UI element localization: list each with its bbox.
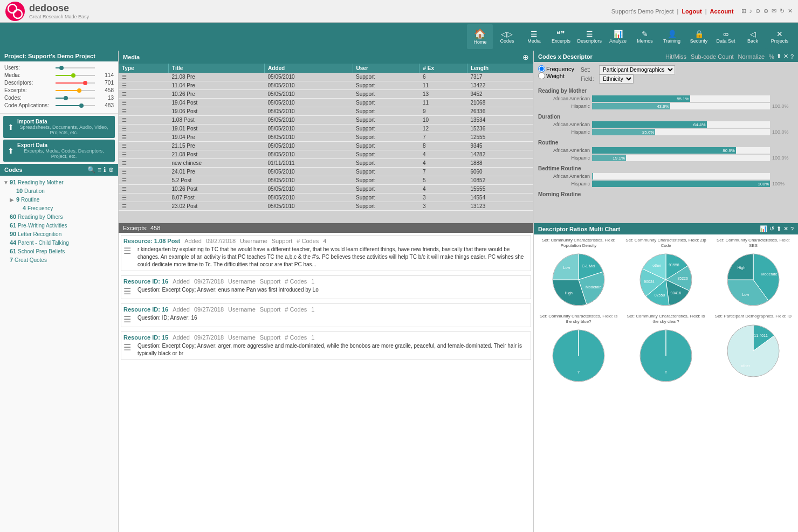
nav-excerpts-button[interactable]: ❝❞ Excerpts — [548, 24, 574, 49]
nav-back-button[interactable]: ◁ Back — [740, 24, 766, 49]
nav-memos-button[interactable]: ✎ Memos — [632, 24, 658, 49]
excerpt-body: ☰ Question: Excerpt Copy; Answer: arger,… — [123, 342, 528, 357]
frequency-radio[interactable] — [538, 65, 545, 72]
excerpts-list[interactable]: Resource: 1.08 Post Added 09/27/2018 Use… — [119, 233, 533, 532]
media-table-row[interactable]: ☰ 19.04 Pre 05/05/2010 Support 7 12555 — [119, 133, 533, 142]
nav-projects-button[interactable]: ✕ Projects — [767, 24, 793, 49]
media-table-row[interactable]: ☰ 10.26 Post 05/05/2010 Support 4 15555 — [119, 185, 533, 194]
chart-bar-label: Hispanic — [538, 103, 592, 109]
nav-home-button[interactable]: 🏠 Home — [467, 24, 493, 49]
nav-training-button[interactable]: 👤 Training — [659, 24, 685, 49]
stat-bar — [56, 66, 95, 70]
import-data-button[interactable]: ⬆ Import Data Spreadsheets, Documents, A… — [3, 116, 115, 138]
mail-icon[interactable]: ✉ — [772, 8, 776, 15]
media-table-container[interactable]: TypeTitleAddedUser# ExLength ☰ 21.08 Pre… — [119, 64, 533, 223]
media-ex-cell: 7 — [419, 133, 467, 142]
media-type-cell: ☰ — [119, 142, 168, 150]
excerpt-item[interactable]: Resource ID: 16 Added 09/27/2018 Usernam… — [121, 303, 531, 327]
export-icon: ⬆ — [8, 147, 14, 155]
refresh-icon[interactable]: ↻ — [780, 8, 785, 15]
weight-radio[interactable] — [538, 72, 545, 79]
nav-dataset-button[interactable]: ∞ Data Set — [713, 24, 739, 49]
codes-search-button[interactable]: 🔍 — [87, 166, 95, 174]
codes-add-button[interactable]: ⊕ — [108, 166, 114, 174]
code-list-item[interactable]: 4 Frequency — [0, 204, 118, 212]
codes-desc-content[interactable]: Frequency Weight Set: Participant Demogr… — [534, 62, 798, 223]
person-icon[interactable]: ⊕ — [763, 8, 768, 15]
desc-ratios-refresh-button[interactable]: ↺ — [769, 225, 774, 232]
nav-codes-button[interactable]: ◁▷ Codes — [494, 24, 520, 49]
media-user-cell: Support — [353, 90, 419, 99]
media-user-cell: Support — [353, 107, 419, 116]
account-link[interactable]: Account — [710, 8, 734, 15]
logout-link[interactable]: Logout — [682, 8, 701, 15]
field-select[interactable]: Ethnicity — [599, 74, 634, 84]
code-list-item[interactable]: 7 Great Quotes — [0, 255, 118, 264]
code-list-item[interactable]: 44 Parent - Child Talking — [0, 238, 118, 247]
media-table-row[interactable]: ☰ new chinese 01/11/2011 Support 4 1888 — [119, 159, 533, 168]
media-table-row[interactable]: ☰ 23.02 Post 05/05/2010 Support 3 13123 — [119, 202, 533, 211]
nav-analyze-button[interactable]: 📊 Analyze — [605, 24, 631, 49]
code-arrow: ▶ — [10, 197, 16, 203]
code-list-item[interactable]: 60 Reading by Others — [0, 212, 118, 221]
code-list-item[interactable]: ▶ 9 Routine — [0, 195, 118, 204]
code-list-item[interactable]: ▼ 91 Reading by Mother — [0, 178, 118, 186]
media-table-row[interactable]: ☰ 19.06 Post 05/05/2010 Support 9 26336 — [119, 107, 533, 116]
media-table-row[interactable]: ☰ 1.08 Post 05/05/2010 Support 10 13534 — [119, 116, 533, 125]
close-icon[interactable]: ✕ — [788, 8, 793, 15]
settings-icon[interactable]: ⊙ — [755, 8, 760, 15]
media-user-cell: Support — [353, 194, 419, 202]
set-select[interactable]: Participant Demographics — [599, 65, 675, 74]
codes-info-button[interactable]: ℹ — [104, 166, 106, 174]
desc-ratios-expand-button[interactable]: ✕ — [783, 225, 788, 232]
projects-icon: ✕ — [776, 30, 783, 38]
code-name: 61 School Prep Beliefs — [10, 248, 115, 254]
codes-desc-help-button[interactable]: ? — [790, 53, 794, 60]
weight-radio-label[interactable]: Weight — [538, 72, 574, 79]
stat-line-colored — [56, 105, 79, 106]
codes-list-button[interactable]: ≡ — [98, 166, 101, 174]
code-list-item[interactable]: 90 Letter Recognition — [0, 230, 118, 238]
media-added-cell: 05/05/2010 — [265, 168, 353, 176]
code-list-item[interactable]: 61 Pre-Writing Activities — [0, 221, 118, 230]
media-length-cell: 6060 — [467, 168, 533, 176]
media-table-row[interactable]: ☰ 5.2 Post 05/05/2010 Support 5 10852 — [119, 176, 533, 185]
media-table-row[interactable]: ☰ 8.07 Post 05/05/2010 Support 3 14554 — [119, 194, 533, 202]
desc-ratios-content[interactable]: Set: Community Characteristics, Field: P… — [534, 234, 798, 532]
media-table-row[interactable]: ☰ 24.01 Pre 05/05/2010 Support 7 6060 — [119, 168, 533, 176]
code-list-item[interactable]: 61 School Prep Beliefs — [0, 247, 118, 255]
frequency-radio-label[interactable]: Frequency — [538, 65, 574, 72]
chart-group-title: Morning Routine — [538, 191, 794, 197]
desc-ratios-help-button[interactable]: ? — [790, 226, 794, 232]
nav-descriptors-button[interactable]: ☰ Descriptors — [575, 24, 604, 49]
export-data-button[interactable]: ⬆ Export Data Excerpts, Media, Codes, De… — [3, 140, 115, 162]
nav-security-button[interactable]: 🔒 Security — [686, 24, 712, 49]
desc-ratios-chart-button[interactable]: 📊 — [760, 225, 767, 232]
media-add-button[interactable]: ⊕ — [522, 53, 529, 61]
excerpt-item[interactable]: Resource ID: 16 Added 09/27/2018 Usernam… — [121, 275, 531, 299]
volume-icon[interactable]: ♪ — [749, 8, 753, 15]
excerpt-codes-label: # Codes — [285, 334, 307, 341]
media-table-row[interactable]: ☰ 21.08 Pre 05/05/2010 Support 6 7317 — [119, 73, 533, 81]
media-table-row[interactable]: ☰ 21.15 Pre 05/05/2010 Support 8 9345 — [119, 142, 533, 150]
media-table-row[interactable]: ☰ 19.01 Post 05/05/2010 Support 12 15236 — [119, 125, 533, 133]
media-title-cell: 10.26 Pre — [168, 90, 264, 99]
excerpt-item[interactable]: Resource: 1.08 Post Added 09/27/2018 Use… — [121, 235, 531, 271]
logo-area: dedoose Great Research Made Easy — [5, 2, 89, 21]
stat-row: Users: — [4, 65, 114, 71]
codes-desc-upload-button[interactable]: ⬆ — [776, 53, 781, 60]
media-table-row[interactable]: ☰ 19.04 Post 05/05/2010 Support 11 21068 — [119, 99, 533, 107]
print-icon[interactable]: ⊞ — [741, 8, 746, 15]
media-col-header: Added — [265, 64, 353, 73]
codes-desc-expand-button[interactable]: ✕ — [783, 53, 788, 60]
media-table-row[interactable]: ☰ 10.26 Pre 05/05/2010 Support 13 9452 — [119, 90, 533, 99]
media-table-row[interactable]: ☰ 11.04 Pre 05/05/2010 Support 11 13422 — [119, 81, 533, 90]
chart-total: 100.0% — [772, 155, 794, 161]
media-table-row[interactable]: ☰ 21.08 Post 05/05/2010 Support 4 14282 — [119, 150, 533, 159]
media-ex-cell: 11 — [419, 81, 467, 90]
code-list-item[interactable]: 10 Duration — [0, 186, 118, 195]
nav-media-button[interactable]: ☰ Media — [521, 24, 547, 49]
desc-ratios-upload-button[interactable]: ⬆ — [776, 225, 781, 232]
chart-bar-row: African American 64.4% — [538, 121, 794, 128]
excerpt-item[interactable]: Resource ID: 15 Added 09/27/2018 Usernam… — [121, 331, 531, 360]
